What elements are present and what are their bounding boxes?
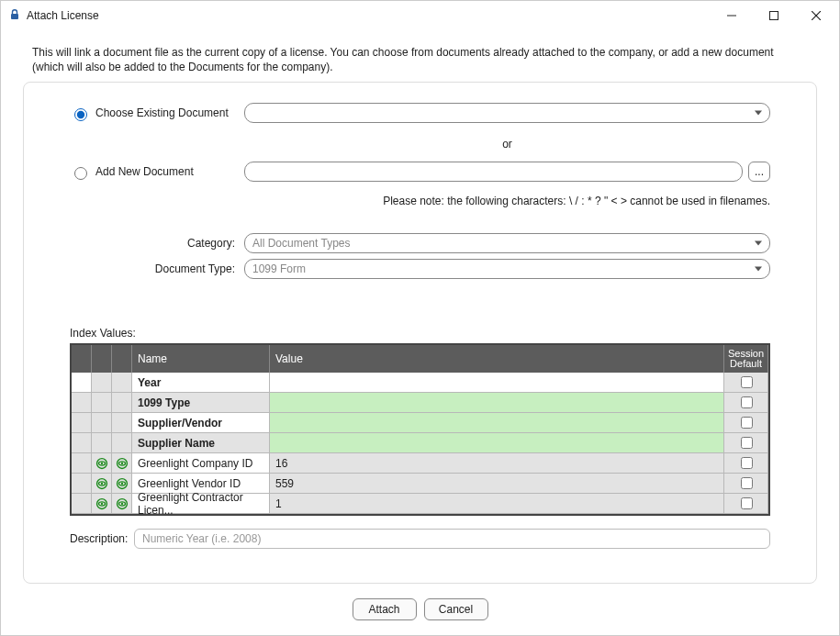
- maximize-icon: [769, 11, 778, 20]
- grid-header-blank-1: [72, 345, 92, 373]
- index-value-cell[interactable]: [270, 433, 724, 453]
- row-eye-icon[interactable]: [92, 474, 112, 494]
- svg-rect-0: [11, 14, 18, 19]
- index-name-cell: Greenlight Company ID: [132, 453, 270, 474]
- choose-existing-radio[interactable]: [74, 108, 87, 121]
- row-eye-icon[interactable]: [112, 494, 132, 514]
- choose-existing-text: Choose Existing Document: [95, 106, 229, 119]
- description-label: Description:: [70, 532, 134, 545]
- window-title: Attach License: [27, 9, 99, 22]
- table-row: Year: [72, 373, 768, 393]
- filename-note: Please note: the following characters: \…: [244, 195, 770, 207]
- footer: Attach Cancel: [1, 584, 839, 635]
- svg-point-13: [100, 483, 102, 485]
- session-default-cell: [724, 413, 768, 433]
- table-row: Greenlight Company ID16: [72, 453, 768, 474]
- intro-text: This will link a document file as the cu…: [32, 45, 808, 74]
- session-default-cell: [724, 453, 768, 474]
- or-divider: or: [70, 138, 770, 151]
- index-values-grid: Name Value Session Default Year1099 Type…: [70, 343, 770, 516]
- doctype-row: Document Type: 1099 Form: [70, 259, 770, 279]
- table-row: Supplier Name: [72, 433, 768, 453]
- choose-existing-radio-label[interactable]: Choose Existing Document: [70, 106, 244, 121]
- eye-icon: [95, 457, 108, 470]
- session-default-cell: [724, 474, 768, 494]
- session-default-checkbox[interactable]: [741, 437, 753, 449]
- session-default-checkbox[interactable]: [741, 417, 753, 429]
- index-name-cell: Greenlight Contractor Licen...: [132, 494, 270, 514]
- category-label: Category:: [70, 237, 244, 250]
- index-value-cell[interactable]: 16: [270, 453, 724, 474]
- add-new-text: Add New Document: [95, 165, 194, 178]
- ellipsis-icon: ...: [755, 165, 764, 178]
- svg-rect-2: [770, 12, 778, 20]
- row-eye-icon[interactable]: [92, 453, 112, 474]
- content-area: This will link a document file as the cu…: [1, 30, 839, 584]
- close-icon: [812, 11, 821, 20]
- attach-button[interactable]: Attach: [353, 598, 417, 620]
- grid-header-name[interactable]: Name: [132, 345, 270, 373]
- category-value: All Document Types: [252, 237, 351, 250]
- titlebar: Attach License: [1, 1, 839, 30]
- table-row: Supplier/Vendor: [72, 413, 768, 433]
- choose-existing-row: Choose Existing Document: [70, 103, 770, 123]
- svg-point-7: [100, 463, 102, 464]
- grid-header-blank-3: [112, 345, 132, 373]
- add-new-radio[interactable]: [74, 167, 87, 180]
- cancel-button[interactable]: Cancel: [424, 598, 488, 620]
- eye-icon: [116, 457, 129, 470]
- add-new-radio-label[interactable]: Add New Document: [70, 164, 244, 180]
- minimize-icon: [727, 11, 736, 20]
- grid-header-value[interactable]: Value: [270, 345, 724, 373]
- index-name-cell: 1099 Type: [132, 393, 270, 413]
- table-row: Greenlight Contractor Licen...1: [72, 494, 768, 514]
- session-default-checkbox[interactable]: [741, 497, 753, 509]
- description-placeholder: Numeric Year (i.e. 2008): [142, 532, 261, 545]
- svg-point-22: [120, 503, 122, 505]
- session-default-checkbox[interactable]: [741, 457, 753, 469]
- attach-license-window: Attach License This will link a document…: [0, 0, 840, 636]
- category-dropdown[interactable]: All Document Types: [244, 233, 770, 253]
- grid-header-blank-2: [92, 345, 112, 373]
- minimize-button[interactable]: [711, 2, 753, 29]
- svg-point-19: [100, 503, 102, 505]
- index-name-cell: Year: [132, 373, 270, 393]
- maximize-button[interactable]: [753, 2, 795, 29]
- lock-icon: [8, 8, 21, 24]
- session-default-cell: [724, 433, 768, 453]
- index-value-cell[interactable]: 1: [270, 494, 724, 514]
- index-value-cell[interactable]: 559: [270, 474, 724, 494]
- svg-point-16: [120, 483, 122, 485]
- session-default-checkbox[interactable]: [741, 376, 753, 388]
- session-default-checkbox[interactable]: [741, 396, 753, 408]
- doctype-value: 1099 Form: [252, 262, 306, 275]
- svg-point-10: [120, 463, 122, 464]
- row-eye-icon[interactable]: [92, 494, 112, 514]
- existing-document-dropdown[interactable]: [244, 103, 770, 123]
- index-value-cell[interactable]: [270, 393, 724, 413]
- session-default-cell: [724, 494, 768, 514]
- index-values-label: Index Values:: [70, 327, 770, 340]
- doctype-label: Document Type:: [70, 262, 244, 275]
- eye-icon: [116, 477, 129, 490]
- table-row: 1099 Type: [72, 393, 768, 413]
- eye-icon: [95, 497, 108, 510]
- grid-header: Name Value Session Default: [72, 345, 768, 373]
- grid-body: Year1099 TypeSupplier/VendorSupplier Nam…: [72, 373, 768, 514]
- add-new-row: Add New Document ...: [70, 162, 770, 182]
- index-name-cell: Supplier/Vendor: [132, 413, 270, 433]
- grid-header-session[interactable]: Session Default: [724, 345, 768, 373]
- eye-icon: [95, 477, 108, 490]
- doctype-dropdown[interactable]: 1099 Form: [244, 259, 770, 279]
- eye-icon: [116, 497, 129, 510]
- session-default-checkbox[interactable]: [741, 477, 753, 489]
- browse-button[interactable]: ...: [748, 162, 770, 182]
- row-eye-icon[interactable]: [112, 453, 132, 474]
- description-row: Description: Numeric Year (i.e. 2008): [70, 529, 770, 549]
- index-value-cell[interactable]: [270, 373, 724, 393]
- new-document-path-input[interactable]: [244, 162, 743, 182]
- description-field: Numeric Year (i.e. 2008): [134, 529, 770, 549]
- index-value-cell[interactable]: [270, 413, 724, 433]
- close-button[interactable]: [795, 2, 837, 29]
- row-eye-icon[interactable]: [112, 474, 132, 494]
